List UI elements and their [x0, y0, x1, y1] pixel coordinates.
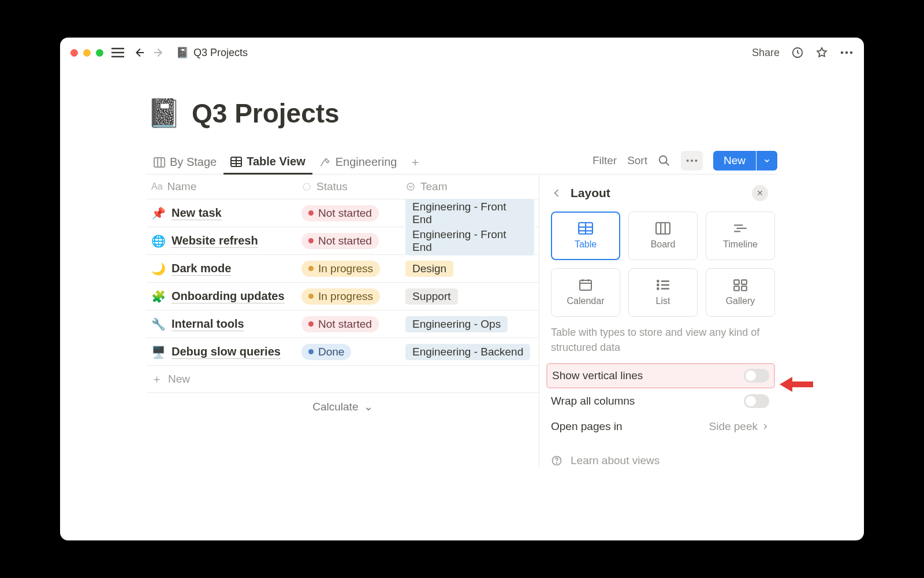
page-icon[interactable]: 📓 [147, 97, 181, 129]
table-row[interactable]: 🔧 Internal tools Not started Engineering… [147, 310, 539, 338]
minimize-window-icon[interactable] [83, 49, 91, 57]
cell-status[interactable]: Not started [297, 229, 401, 253]
row-icon: 🔧 [151, 317, 166, 331]
nav-forward-icon[interactable] [153, 46, 166, 59]
calendar-icon [578, 279, 593, 291]
column-header-status[interactable]: Status [297, 175, 401, 199]
sidebar-toggle-icon[interactable] [111, 47, 124, 58]
add-view-button[interactable]: ＋ [404, 152, 427, 172]
status-pill: Not started [301, 233, 379, 249]
row-icon: 📌 [151, 206, 166, 220]
learn-about-views[interactable]: Learn about views [551, 454, 775, 467]
table: Aa Name Status Team 📌 New task [147, 175, 539, 467]
tab-by-stage[interactable]: By Stage [147, 151, 223, 173]
cell-status[interactable]: Not started [297, 202, 401, 225]
view-tabs: By Stage Table View Engineering ＋ Filter… [147, 150, 777, 175]
svg-point-18 [687, 159, 689, 161]
cell-team[interactable]: Engineering - Ops [401, 313, 539, 336]
add-row-button[interactable]: ＋ New [147, 366, 539, 393]
option-show-vertical-lines[interactable]: Show vertical lines [546, 363, 775, 388]
table-row[interactable]: 🖥️ Debug slow queries Done Engineering -… [147, 338, 539, 366]
cell-status[interactable]: Not started [297, 313, 401, 336]
option-label: Open pages in [551, 420, 623, 433]
new-button[interactable]: New [713, 151, 777, 171]
cell-name[interactable]: 🖥️ Debug slow queries [147, 342, 297, 362]
close-icon[interactable]: ✕ [752, 185, 768, 201]
svg-rect-43 [734, 280, 739, 284]
cell-status[interactable]: Done [297, 340, 401, 364]
layout-option-list[interactable]: List [628, 268, 698, 317]
column-label: Status [316, 180, 348, 193]
breadcrumb[interactable]: 📓 Q3 Projects [176, 46, 248, 59]
svg-point-6 [841, 51, 844, 54]
traffic-lights [70, 49, 103, 57]
tab-engineering[interactable]: Engineering [312, 151, 404, 173]
favorite-icon[interactable] [815, 46, 828, 59]
table-row[interactable]: 🧩 Onboarding updates In progress Support [147, 283, 539, 310]
panel-back-icon[interactable] [551, 187, 562, 199]
column-header-name[interactable]: Aa Name [147, 175, 297, 199]
breadcrumb-title: Q3 Projects [193, 47, 248, 59]
cell-name[interactable]: 🌐 Website refresh [147, 231, 297, 251]
learn-label: Learn about views [571, 454, 660, 467]
cell-team[interactable]: Engineering - Backend [401, 340, 539, 364]
svg-rect-46 [742, 286, 747, 291]
svg-point-41 [657, 288, 658, 289]
svg-point-22 [407, 183, 414, 190]
row-title: Dark mode [172, 262, 231, 276]
toggle-off-icon[interactable] [744, 369, 769, 383]
page-title-text[interactable]: Q3 Projects [192, 98, 340, 129]
svg-point-21 [303, 183, 310, 190]
tab-table-view[interactable]: Table View [223, 150, 312, 175]
table-row[interactable]: 🌐 Website refresh Not started Engineerin… [147, 227, 539, 255]
column-label: Name [167, 180, 197, 193]
layout-option-board[interactable]: Board [628, 212, 698, 260]
history-icon[interactable] [791, 46, 804, 59]
toggle-off-icon[interactable] [744, 394, 769, 408]
close-window-icon[interactable] [70, 49, 78, 57]
layout-panel: Layout ✕ TableBoardTimelineCalendarListG… [539, 175, 777, 467]
view-options-button[interactable] [681, 151, 703, 171]
cell-team[interactable]: Design [401, 257, 539, 280]
cell-name[interactable]: 📌 New task [147, 203, 297, 224]
option-wrap-all-columns[interactable]: Wrap all columns [551, 388, 775, 414]
more-icon[interactable] [840, 50, 854, 55]
table-row[interactable]: 🌙 Dark mode In progress Design [147, 255, 539, 283]
layout-option-timeline[interactable]: Timeline [706, 212, 775, 260]
search-icon[interactable] [658, 154, 670, 167]
cell-name[interactable]: 🌙 Dark mode [147, 258, 297, 279]
row-icon: 🖥️ [151, 345, 166, 359]
nav-back-icon[interactable] [132, 46, 145, 59]
callout-arrow-icon [780, 376, 813, 393]
row-title: Onboarding updates [172, 290, 285, 303]
filter-button[interactable]: Filter [593, 154, 617, 167]
list-icon [655, 279, 670, 291]
plus-icon: ＋ [151, 372, 162, 387]
cell-status[interactable]: In progress [297, 285, 401, 308]
maximize-window-icon[interactable] [96, 49, 103, 57]
layout-option-table[interactable]: Table [551, 212, 620, 260]
status-pill: In progress [301, 261, 380, 277]
cell-status[interactable]: In progress [297, 257, 401, 280]
cell-team[interactable]: Support [401, 285, 539, 308]
svg-point-48 [557, 463, 557, 464]
row-icon: 🌙 [151, 262, 166, 276]
option-open-pages-in[interactable]: Open pages in Side peek [551, 414, 775, 439]
svg-point-16 [660, 155, 667, 163]
cell-name[interactable]: 🔧 Internal tools [147, 314, 297, 335]
layout-label: Table [575, 239, 597, 250]
cell-team[interactable]: Engineering - Front End [401, 223, 539, 259]
calculate-button[interactable]: Calculate ⌄ [147, 393, 539, 420]
chevron-right-icon [761, 423, 769, 431]
svg-line-17 [666, 162, 669, 165]
cell-name[interactable]: 🧩 Onboarding updates [147, 286, 297, 307]
layout-option-gallery[interactable]: Gallery [706, 268, 775, 317]
panel-title: Layout [571, 186, 610, 200]
row-icon: 🌐 [151, 234, 166, 248]
chevron-down-icon[interactable] [757, 151, 777, 171]
board-icon [154, 157, 165, 168]
sort-button[interactable]: Sort [627, 154, 647, 167]
share-button[interactable]: Share [752, 47, 780, 59]
layout-option-calendar[interactable]: Calendar [551, 268, 620, 317]
hammer-icon [319, 157, 331, 168]
